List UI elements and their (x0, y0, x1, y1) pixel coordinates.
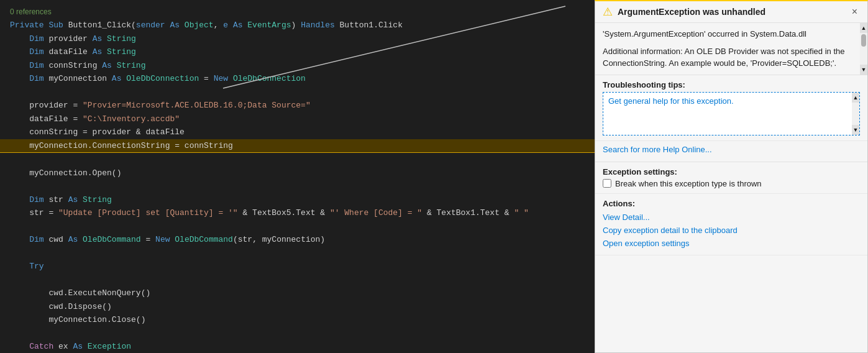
checkbox-label: Break when this exception type is thrown (615, 179, 762, 188)
code-line (0, 180, 595, 193)
scroll-thumb (861, 34, 866, 47)
code-line: provider = "Provier=Microsoft.ACE.OLEDB.… (0, 99, 595, 112)
code-line: Dim str As String (0, 193, 595, 207)
code-line (0, 220, 595, 234)
code-line: Private Sub Button1_Click(sender As Obje… (0, 19, 595, 32)
troubleshooting-label: Troubleshooting tips: (603, 80, 860, 89)
exception-panel: ⚠ ArgumentException was unhandled × 'Sys… (595, 0, 868, 353)
code-line: cwd.ExecuteNonQuery() (0, 287, 595, 300)
code-line (0, 273, 595, 287)
code-line (0, 327, 595, 341)
troubleshooting-section: Troubleshooting tips: Get general help f… (595, 75, 867, 141)
code-line-highlighted: myConnection.ConnectionString = connStri… (0, 139, 595, 154)
exception-header: ⚠ ArgumentException was unhandled × (595, 1, 867, 23)
warning-icon: ⚠ (603, 6, 613, 17)
exception-body: 'System.ArgumentException' occurred in S… (595, 23, 867, 352)
code-line: Dim provider As String (0, 32, 595, 46)
code-line (0, 247, 595, 260)
exception-settings-label: Exception settings: (603, 167, 860, 176)
tips-scroll-down[interactable]: ▼ (852, 125, 859, 135)
copy-exception-link[interactable]: Copy exception detail to the clipboard (603, 224, 860, 237)
occurred-text: 'System.ArgumentException' occurred in S… (603, 28, 852, 40)
break-exception-checkbox[interactable] (603, 179, 611, 188)
references-label: 0 references (0, 5, 595, 19)
code-line: myConnection.Open() (0, 167, 595, 180)
exception-settings-section: Exception settings: Break when this exce… (595, 162, 867, 194)
actions-label: Actions: (603, 199, 860, 208)
code-line: Dim dataFile As String (0, 45, 595, 59)
code-line: dataFile = "C:\Inventory.accdb" (0, 112, 595, 126)
code-line: connString = provider & dataFile (0, 126, 595, 139)
help-link[interactable]: Get general help for this exception. (608, 96, 734, 106)
code-line: Dim cwd As OleDbCommand = New OleDbComma… (0, 233, 595, 247)
exception-title: ArgumentException was unhandled (618, 7, 844, 17)
additional-text: Additional information: An OLE DB Provid… (603, 45, 852, 70)
actions-section: Actions: View Detail... Copy exception d… (595, 194, 867, 255)
code-line-catch: Catch ex As Exception (0, 340, 595, 353)
code-line: str = "Update [Product] set [Quantity] =… (0, 206, 595, 220)
search-link[interactable]: Search for more Help Online... (603, 142, 860, 157)
exception-checkbox-row: Break when this exception type is thrown (603, 179, 860, 188)
code-editor[interactable]: 0 references Private Sub Button1_Click(s… (0, 0, 595, 353)
code-line: Dim myConnection As OleDbConnection = Ne… (0, 72, 595, 86)
code-line: cwd.Dispose() (0, 300, 595, 314)
tips-scroll-up[interactable]: ▲ (852, 93, 859, 103)
view-detail-link[interactable]: View Detail... (603, 211, 860, 224)
open-settings-link[interactable]: Open exception settings (603, 237, 860, 250)
scroll-up-arrow[interactable]: ▲ (860, 23, 867, 33)
code-line: Dim connString As String (0, 59, 595, 73)
scroll-down-arrow[interactable]: ▼ (860, 65, 867, 75)
code-line: myConnection.Close() (0, 313, 595, 327)
code-line: Try (0, 260, 595, 273)
code-line (0, 86, 595, 99)
close-button[interactable]: × (849, 6, 860, 17)
code-line (0, 153, 595, 167)
